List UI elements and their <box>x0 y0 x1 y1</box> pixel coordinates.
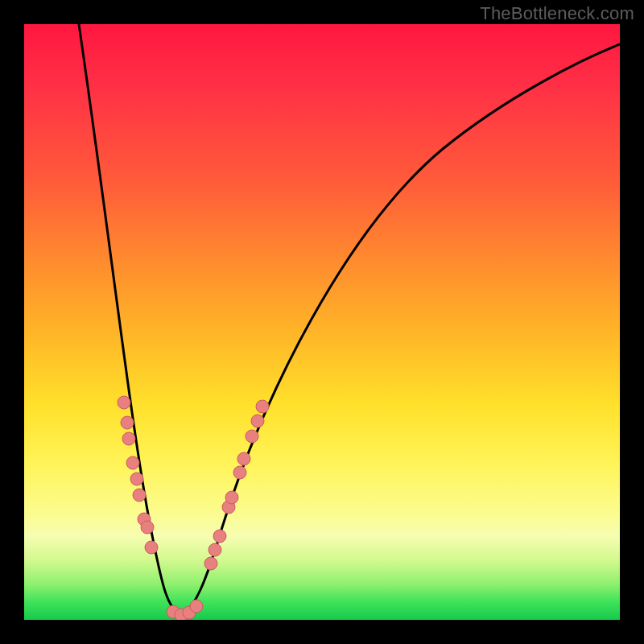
watermark-text: TheBottleneck.com <box>480 3 634 24</box>
marker-group <box>118 396 269 620</box>
curve-marker <box>246 430 258 443</box>
curve-marker <box>141 521 154 534</box>
bottleneck-curve <box>79 24 620 616</box>
curve-marker <box>251 415 264 427</box>
curve-marker <box>133 489 146 502</box>
chart-frame: TheBottleneck.com <box>0 0 644 644</box>
chart-svg <box>24 24 620 620</box>
curve-marker <box>118 396 130 409</box>
curve-marker <box>122 432 135 445</box>
curve-marker <box>190 600 203 613</box>
curve-marker <box>213 530 226 543</box>
curve-marker <box>130 473 143 485</box>
chart-plot-area <box>24 24 620 620</box>
curve-marker <box>145 541 158 554</box>
curve-marker <box>225 491 238 504</box>
curve-marker <box>237 452 250 465</box>
curve-marker <box>208 543 221 556</box>
curve-marker <box>121 416 134 429</box>
curve-marker <box>204 557 217 570</box>
curve-marker <box>126 456 139 469</box>
curve-marker <box>256 400 269 413</box>
curve-marker <box>233 466 246 479</box>
